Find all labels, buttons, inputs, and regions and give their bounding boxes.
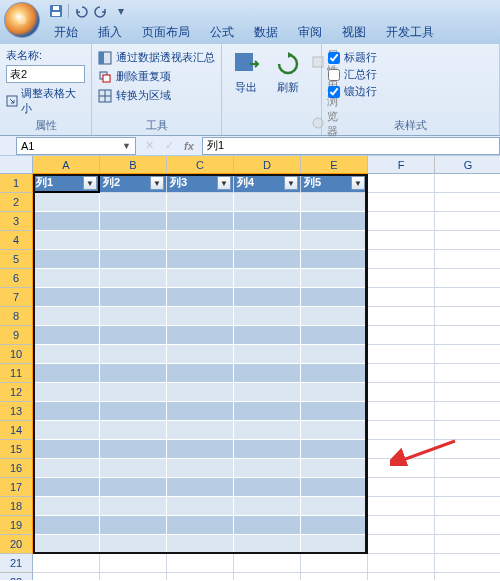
cell[interactable]: [301, 288, 368, 307]
cell[interactable]: [234, 250, 301, 269]
cell[interactable]: [33, 497, 100, 516]
formula-input[interactable]: [202, 137, 500, 155]
cell[interactable]: [100, 193, 167, 212]
cell[interactable]: [167, 307, 234, 326]
cell[interactable]: [100, 307, 167, 326]
cell[interactable]: [368, 212, 435, 231]
cell[interactable]: [301, 478, 368, 497]
cell[interactable]: [301, 440, 368, 459]
column-header[interactable]: C: [167, 156, 234, 174]
cell[interactable]: [368, 383, 435, 402]
tab-insert[interactable]: 插入: [88, 21, 132, 44]
cell[interactable]: [234, 516, 301, 535]
cell[interactable]: [301, 383, 368, 402]
cell[interactable]: [100, 497, 167, 516]
cell[interactable]: [368, 497, 435, 516]
cell[interactable]: [435, 478, 500, 497]
cell[interactable]: [100, 516, 167, 535]
cell[interactable]: [234, 231, 301, 250]
cell[interactable]: [368, 516, 435, 535]
cell[interactable]: [234, 307, 301, 326]
cell[interactable]: [167, 421, 234, 440]
row-header[interactable]: 13: [0, 402, 33, 421]
cell[interactable]: [435, 307, 500, 326]
cell[interactable]: [368, 174, 435, 193]
fx-icon[interactable]: fx: [182, 140, 196, 152]
select-all-corner[interactable]: [0, 156, 33, 174]
column-header[interactable]: E: [301, 156, 368, 174]
cell[interactable]: [301, 212, 368, 231]
cell[interactable]: 列1▼: [33, 174, 100, 193]
cell[interactable]: [100, 364, 167, 383]
row-header[interactable]: 14: [0, 421, 33, 440]
banded-rows-checkbox[interactable]: 镶边行: [328, 84, 493, 99]
save-icon[interactable]: [48, 3, 64, 19]
tab-formulas[interactable]: 公式: [200, 21, 244, 44]
cell[interactable]: [167, 231, 234, 250]
column-header[interactable]: A: [33, 156, 100, 174]
cell[interactable]: [33, 478, 100, 497]
cell[interactable]: [33, 231, 100, 250]
cell[interactable]: [100, 535, 167, 554]
filter-dropdown-icon[interactable]: ▼: [217, 176, 231, 190]
cell[interactable]: [301, 459, 368, 478]
row-header[interactable]: 5: [0, 250, 33, 269]
tab-data[interactable]: 数据: [244, 21, 288, 44]
cell[interactable]: [167, 269, 234, 288]
row-header[interactable]: 7: [0, 288, 33, 307]
cell[interactable]: [100, 478, 167, 497]
cell[interactable]: [100, 345, 167, 364]
cell[interactable]: [435, 231, 500, 250]
row-header[interactable]: 17: [0, 478, 33, 497]
cell[interactable]: [234, 421, 301, 440]
tab-page-layout[interactable]: 页面布局: [132, 21, 200, 44]
total-row-checkbox[interactable]: 汇总行: [328, 67, 493, 82]
cell[interactable]: [33, 193, 100, 212]
cell[interactable]: [33, 421, 100, 440]
remove-duplicates-button[interactable]: 删除重复项: [98, 67, 215, 86]
resize-table-button[interactable]: 调整表格大小: [6, 86, 85, 116]
cell[interactable]: [234, 459, 301, 478]
cell[interactable]: [33, 212, 100, 231]
cell[interactable]: [167, 383, 234, 402]
row-header[interactable]: 4: [0, 231, 33, 250]
cell[interactable]: [234, 383, 301, 402]
cell[interactable]: [33, 345, 100, 364]
cell[interactable]: [368, 193, 435, 212]
tab-home[interactable]: 开始: [44, 21, 88, 44]
summarize-pivot-button[interactable]: 通过数据透视表汇总: [98, 48, 215, 67]
cell[interactable]: [167, 440, 234, 459]
cell[interactable]: [435, 364, 500, 383]
row-header[interactable]: 10: [0, 345, 33, 364]
row-header[interactable]: 6: [0, 269, 33, 288]
cell[interactable]: [368, 573, 435, 580]
qat-more-icon[interactable]: ▾: [113, 3, 129, 19]
cell[interactable]: [368, 554, 435, 573]
cell[interactable]: [33, 364, 100, 383]
cell[interactable]: [33, 402, 100, 421]
cell[interactable]: [167, 193, 234, 212]
cell[interactable]: [33, 288, 100, 307]
cell[interactable]: 列2▼: [100, 174, 167, 193]
cell[interactable]: [435, 193, 500, 212]
cell[interactable]: [368, 307, 435, 326]
column-header[interactable]: B: [100, 156, 167, 174]
cell[interactable]: [167, 212, 234, 231]
cell[interactable]: [435, 497, 500, 516]
cell[interactable]: [301, 326, 368, 345]
cell[interactable]: [33, 535, 100, 554]
cell[interactable]: [368, 250, 435, 269]
row-header[interactable]: 20: [0, 535, 33, 554]
cell[interactable]: [33, 307, 100, 326]
cell[interactable]: [33, 554, 100, 573]
cell[interactable]: [33, 326, 100, 345]
cell[interactable]: [167, 554, 234, 573]
row-header[interactable]: 11: [0, 364, 33, 383]
cell[interactable]: [301, 421, 368, 440]
enter-icon[interactable]: ✓: [162, 139, 176, 152]
cell[interactable]: [33, 516, 100, 535]
cell[interactable]: 列3▼: [167, 174, 234, 193]
cell[interactable]: [234, 440, 301, 459]
tab-view[interactable]: 视图: [332, 21, 376, 44]
row-header[interactable]: 1: [0, 174, 33, 193]
